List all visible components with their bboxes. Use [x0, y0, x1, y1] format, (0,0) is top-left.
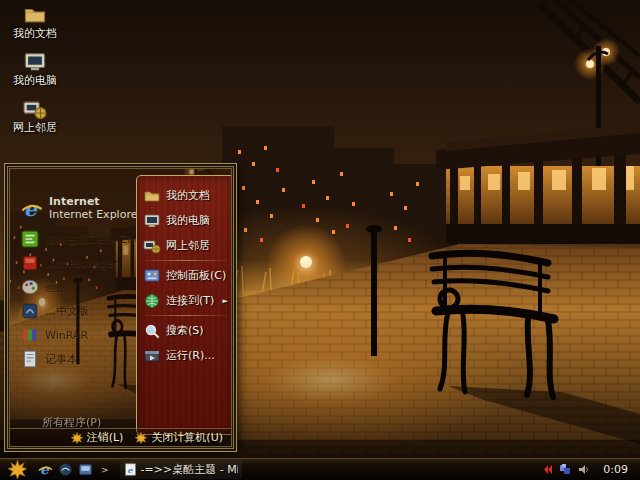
log-off-button[interactable]: 注销(L): [71, 430, 124, 445]
menu-item-label: 我的文档: [166, 188, 210, 203]
turn-off-leaf-icon: [135, 432, 147, 444]
menu-item-my-documents[interactable]: 我的文档: [140, 183, 231, 208]
iconpackager-icon: [20, 254, 40, 272]
window-button-label: -=>>桌酷主题 - Mic...: [141, 462, 238, 477]
menu-item-sublabel: Internet Explorer: [49, 209, 142, 222]
internet-explorer-icon[interactable]: [38, 462, 53, 477]
desktop-icon-my-computer[interactable]: 我的电脑: [4, 51, 66, 95]
submenu-arrow-icon: ►: [223, 297, 228, 305]
desktop-icon-label: 我的电脑: [4, 75, 66, 87]
network-places-icon: [22, 98, 48, 120]
menu-item-connect-to[interactable]: 连接到(T) ►: [140, 288, 231, 313]
menu-item-network-places[interactable]: 网上邻居: [140, 233, 231, 258]
desktop-icon-label: 网上邻居: [4, 122, 66, 134]
run-icon: [143, 348, 161, 364]
taskbar: > e -=>>桌酷主题 - Mic... 0:09: [0, 458, 640, 480]
desktop-icon-label: 我的文档: [4, 28, 66, 40]
desktop-icon-list: 我的文档 我的电脑 网上邻居: [4, 4, 66, 145]
app-icon: [20, 302, 40, 320]
paint-icon: [20, 278, 40, 296]
turn-off-label: 关闭计算机(U): [151, 430, 223, 445]
menu-item-label: 运行(R)...: [166, 348, 215, 363]
menu-item-iconpackager[interactable]: IconPackager: [14, 251, 134, 275]
menu-item-my-computer[interactable]: 我的电脑: [140, 208, 231, 233]
start-menu-right-column: 我的文档 我的电脑 网上邻居 控制面板(C): [136, 175, 232, 435]
menu-item-zhuoku-theme[interactable]: 桌酷主题Desk.ZhuoKu.Com: [14, 227, 134, 251]
menu-separator: [143, 315, 228, 316]
turn-off-computer-button[interactable]: 关闭计算机(U): [135, 430, 223, 445]
menu-item-label: 控制面板(C): [166, 268, 226, 283]
network-places-icon: [143, 238, 161, 254]
hidden-icons-chevron-icon[interactable]: [541, 463, 554, 476]
log-off-label: 注销(L): [87, 430, 124, 445]
desktop: e 我的文档 我的电脑 网上邻居: [0, 0, 640, 480]
quick-launch-overflow-chevron[interactable]: >: [101, 465, 109, 475]
volume-icon[interactable]: [577, 463, 590, 476]
start-menu: Internet Internet Explorer 桌酷主题Desk.Zhuo…: [4, 163, 237, 452]
menu-item-label: WinRAR: [45, 329, 88, 342]
menu-item-label: 记事本: [45, 352, 78, 367]
menu-item-label: …中文版: [45, 304, 89, 319]
zhuoku-theme-icon: [20, 230, 40, 248]
menu-item-control-panel[interactable]: 控制面板(C): [140, 263, 231, 288]
start-menu-footer: 注销(L) 关闭计算机(U): [10, 428, 231, 446]
start-leaf-icon: [8, 460, 27, 479]
start-menu-inner: Internet Internet Explorer 桌酷主题Desk.Zhuo…: [9, 168, 232, 447]
theme-manager-tray-icon[interactable]: [559, 463, 572, 476]
start-menu-left-column: Internet Internet Explorer 桌酷主题Desk.Zhuo…: [14, 191, 134, 371]
winrar-icon: [20, 326, 40, 344]
system-tray: 0:09: [541, 463, 640, 476]
menu-item-paint[interactable]: 画图: [14, 275, 134, 299]
ie-page-icon: e: [124, 463, 137, 476]
svg-text:e: e: [127, 465, 133, 475]
menu-separator: [143, 260, 228, 261]
menu-item-label: 搜索(S): [166, 323, 204, 338]
my-documents-icon: [22, 4, 48, 26]
taskbar-clock: 0:09: [603, 463, 628, 476]
search-icon: [143, 323, 161, 339]
menu-item-winrar[interactable]: WinRAR: [14, 323, 134, 347]
control-panel-icon: [143, 268, 161, 284]
show-desktop-icon[interactable]: [58, 462, 73, 477]
quick-launch-bar: >: [38, 462, 112, 477]
menu-item-chinese-app[interactable]: …中文版: [14, 299, 134, 323]
internet-explorer-icon: [20, 198, 44, 220]
log-off-leaf-icon: [71, 432, 83, 444]
menu-item-label: IconPackager: [45, 257, 118, 270]
connect-to-icon: [143, 293, 161, 309]
menu-item-search[interactable]: 搜索(S): [140, 318, 231, 343]
desktop-icon-my-documents[interactable]: 我的文档: [4, 4, 66, 48]
my-computer-icon: [22, 51, 48, 73]
media-player-icon[interactable]: [78, 462, 93, 477]
menu-item-label: 网上邻居: [166, 238, 210, 253]
menu-item-label: 我的电脑: [166, 213, 210, 228]
start-button[interactable]: [0, 459, 34, 480]
notepad-icon: [20, 350, 40, 368]
window-button-zhuoku[interactable]: e -=>>桌酷主题 - Mic...: [120, 461, 242, 479]
my-documents-icon: [143, 188, 161, 204]
menu-item-run[interactable]: 运行(R)...: [140, 343, 231, 368]
menu-item-label: 连接到(T): [166, 293, 214, 308]
menu-item-notepad[interactable]: 记事本: [14, 347, 134, 371]
menu-item-internet-explorer[interactable]: Internet Internet Explorer: [14, 191, 134, 227]
desktop-icon-network-places[interactable]: 网上邻居: [4, 98, 66, 142]
menu-item-label: 画图: [45, 280, 67, 295]
my-computer-icon: [143, 213, 161, 229]
